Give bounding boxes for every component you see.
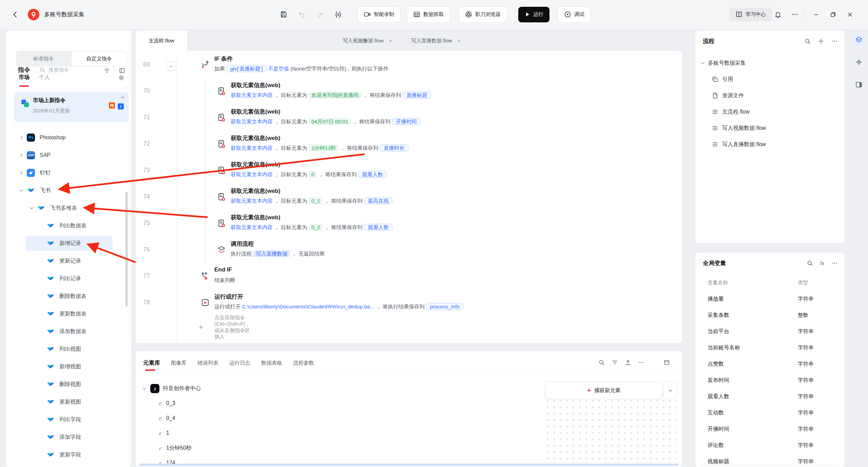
run-button[interactable]: 运行: [518, 7, 549, 22]
layers-tool-button[interactable]: [852, 33, 866, 47]
flow-tree-item-引用[interactable]: 引用: [695, 71, 845, 87]
variable-pill[interactable]: 开播时间: [392, 118, 421, 125]
element-group[interactable]: ♪ 抖音创作者中心: [142, 381, 201, 396]
chevron-down-icon[interactable]: [29, 205, 34, 211]
sidebar-item-列出字段[interactable]: 列出字段: [6, 411, 131, 428]
notifications-button[interactable]: [772, 9, 784, 20]
back-button[interactable]: [9, 9, 21, 20]
sidebar-item-新增视图[interactable]: 新增视图: [6, 358, 131, 375]
tab-live-data-flow[interactable]: 写入直播数据.flow ×: [411, 31, 461, 51]
market-new-card[interactable]: 市场上新指令 2026年01月更新 × 淘 t: [14, 92, 129, 122]
step-link[interactable]: 获取元素文本内容: [231, 119, 273, 124]
sidebar-item-删除数据表[interactable]: 删除数据表: [6, 287, 131, 305]
fx-icon[interactable]: fx: [820, 260, 824, 266]
bottom-tab-元素库[interactable]: 元素库: [143, 359, 160, 371]
command-search[interactable]: [39, 66, 93, 73]
variable-row[interactable]: 点赞数字符串: [708, 356, 832, 372]
close-button[interactable]: [843, 7, 857, 22]
undo-button[interactable]: [296, 9, 307, 20]
bottom-tab-错误列表[interactable]: 错误列表: [197, 360, 218, 371]
debug-button[interactable]: 调试: [558, 6, 591, 23]
sidebar-item-飞书多维表[interactable]: 飞书多维表: [6, 199, 131, 217]
variable-pill[interactable]: 观看人数: [358, 171, 387, 178]
bottom-tab-数据表格[interactable]: 数据表格: [261, 360, 282, 371]
variable-row[interactable]: 视频标题字符串: [708, 453, 832, 467]
sidebar-item-更新数据表[interactable]: 更新数据表: [6, 305, 131, 323]
flow-tree-item-主流程.flow[interactable]: 主流程.flow: [695, 104, 845, 120]
segment-custom[interactable]: 自定义指令: [72, 52, 127, 66]
variable-row[interactable]: 评论数字符串: [708, 437, 832, 453]
variable-pill[interactable]: 最高在线: [364, 197, 392, 204]
tab-main-flow[interactable]: 主流程.flow: [136, 31, 187, 51]
new-tab-button[interactable]: +: [364, 31, 368, 51]
board-icon[interactable]: [663, 359, 670, 366]
redo-button[interactable]: [314, 9, 326, 20]
tab-close-icon[interactable]: ×: [458, 38, 461, 44]
add-icon[interactable]: [818, 38, 824, 44]
upload-icon[interactable]: [625, 359, 631, 366]
variable-row[interactable]: 采集条数整数: [708, 307, 832, 323]
capture-dropdown-button[interactable]: [663, 382, 677, 399]
sidebar-item-添加字段[interactable]: 添加字段: [6, 428, 131, 446]
panel-toggle-icon[interactable]: [119, 67, 125, 74]
search-icon[interactable]: [804, 38, 811, 44]
flow-tree-item-写入视频数据.flow[interactable]: 写入视频数据.flow: [695, 120, 845, 136]
tab-market[interactable]: 市场: [19, 74, 30, 84]
more-button[interactable]: [789, 9, 801, 20]
element-item[interactable]: e0_4: [159, 411, 175, 426]
variable-row[interactable]: 开播时间字符串: [708, 421, 832, 437]
save-button[interactable]: [277, 9, 289, 20]
variable-pill[interactable]: process_info: [426, 303, 463, 310]
sidebar-item-飞书[interactable]: 飞书: [6, 182, 131, 199]
step-link[interactable]: C:\Users\liberty\Documents\Claude\RPA\ru…: [242, 304, 374, 309]
minimize-button[interactable]: [809, 7, 824, 22]
flow-tree-item-写入直播数据.flow[interactable]: 写入直播数据.flow: [695, 136, 845, 153]
variable-row[interactable]: 发布时间字符串: [708, 372, 832, 388]
tab-close-icon[interactable]: ×: [389, 38, 392, 44]
sidebar-scrollbar[interactable]: [125, 191, 128, 307]
chevron-down-icon[interactable]: [19, 188, 24, 193]
chevron-right-icon[interactable]: [19, 170, 24, 176]
sidebar-item-SAP[interactable]: SAPSAP: [6, 146, 131, 164]
variable-row[interactable]: 观看人数字符串: [708, 388, 832, 405]
sidebar-item-钉钉[interactable]: 钉钉: [6, 164, 131, 182]
variable-pill[interactable]: 直播标题: [403, 92, 431, 99]
chevron-right-icon[interactable]: [19, 135, 24, 140]
chevron-down-icon[interactable]: [700, 61, 705, 66]
filter-icon[interactable]: [104, 67, 110, 74]
flow-step-77[interactable]: 77End IF结束判断: [136, 264, 672, 291]
step-link[interactable]: 获取元素文本内容: [231, 145, 273, 151]
sidebar-item-列出数据表[interactable]: 列出数据表: [6, 217, 131, 235]
bottom-tab-流程参数[interactable]: 流程参数: [293, 360, 314, 371]
capture-new-element-button[interactable]: + 捕获新元素: [545, 382, 662, 399]
variables-button[interactable]: [332, 9, 344, 20]
promo-close-icon[interactable]: ×: [121, 94, 124, 101]
step-link[interactable]: 获取元素文本内容: [231, 171, 273, 177]
sparkle-tool-button[interactable]: [852, 56, 866, 69]
sidebar-item-列出视图[interactable]: 列出视图: [6, 340, 131, 358]
variable-row[interactable]: 互动数字符串: [708, 405, 832, 421]
flow-step-73[interactable]: 73获取元素信息(web)获取元素文本内容 ， 目标元素为 0 ， 将结果保存到…: [136, 159, 672, 185]
bottom-tab-图像库[interactable]: 图像库: [171, 360, 187, 371]
flow-step-71[interactable]: 71获取元素信息(web)获取元素文本内容 ， 目标元素为 04月07日 00:…: [136, 106, 672, 132]
bottom-tab-运行日志[interactable]: 运行日志: [229, 360, 250, 371]
horizontal-scrollbar[interactable]: [139, 464, 679, 466]
collapse-button[interactable]: −: [167, 61, 176, 71]
flow-step-70[interactable]: 70获取元素信息(web)获取元素文本内容 ， 目标元素为 欢迎来到我的直播间 …: [136, 79, 672, 106]
smart-record-button[interactable]: 智能录制: [357, 6, 401, 23]
search-icon[interactable]: [598, 359, 605, 366]
variable-row[interactable]: 当前平台字符串: [708, 323, 832, 340]
sidebar-item-Photoshop[interactable]: PsPhotoshop: [6, 129, 131, 146]
step-link[interactable]: 获取元素文本内容: [231, 198, 273, 204]
filter-icon[interactable]: [612, 359, 618, 366]
flow-tree-item-资源文件[interactable]: 资源文件: [695, 87, 845, 104]
flow-step-78[interactable]: 78运行或打开运行或打开 C:\Users\liberty\Documents\…: [136, 291, 672, 317]
tab-personal[interactable]: 个人: [39, 74, 50, 84]
flow-step-75[interactable]: 75获取元素信息(web)获取元素文本内容 ， 目标元素为 0_2 ， 将结果保…: [136, 211, 672, 238]
element-item[interactable]: e1: [159, 426, 169, 441]
element-item[interactable]: e0_3: [159, 396, 175, 411]
sidebar-item-新增记录[interactable]: 新增记录: [6, 235, 131, 252]
variable-pill[interactable]: glv['直播标题']: [226, 65, 266, 72]
variable-row[interactable]: 当前账号名称字符串: [708, 340, 832, 356]
flow-step-76[interactable]: 76调用流程执行流程 写入直播数据 ， 无返回结果: [136, 238, 672, 264]
